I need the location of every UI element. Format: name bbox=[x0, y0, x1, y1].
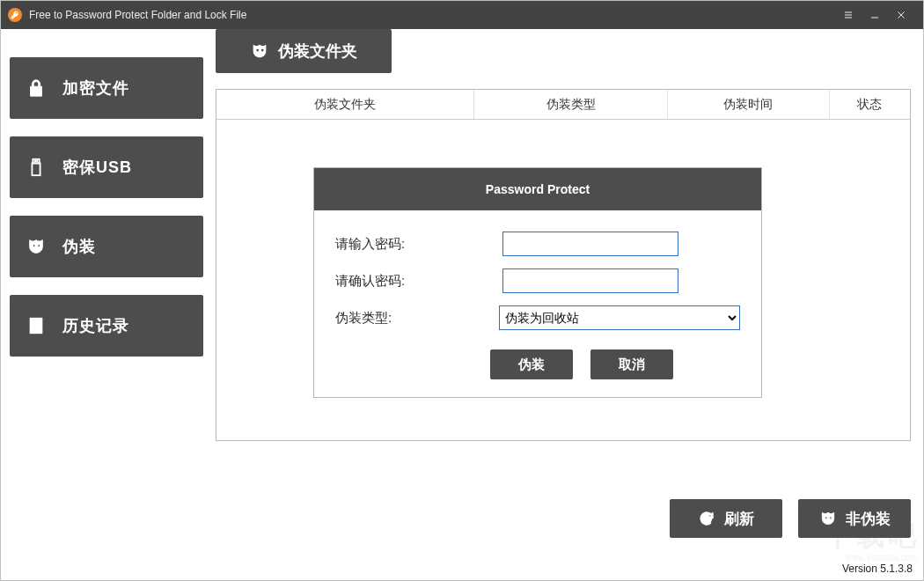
sidebar: 加密文件 密保USB 伪装 历史记录 bbox=[1, 57, 203, 580]
sidebar-item-label: 历史记录 bbox=[62, 315, 129, 336]
password-dialog: Password Protect 请输入密码: 请确认密码: 伪装类型: bbox=[313, 167, 762, 398]
version-label: Version 5.1.3.8 bbox=[842, 563, 913, 575]
col-status[interactable]: 状态 bbox=[830, 90, 910, 119]
sidebar-item-history[interactable]: 历史记录 bbox=[10, 295, 203, 357]
svg-rect-8 bbox=[34, 160, 35, 161]
list-panel: 伪装文件夹 伪装类型 伪装时间 状态 Password Protect 请输入密… bbox=[216, 89, 911, 441]
sidebar-item-label: 加密文件 bbox=[62, 77, 129, 99]
confirm-label: 请确认密码: bbox=[335, 273, 502, 290]
mask-icon bbox=[250, 41, 269, 61]
confirm-password-input[interactable] bbox=[502, 268, 678, 293]
dialog-title: Password Protect bbox=[314, 168, 761, 210]
refresh-label: 刷新 bbox=[724, 509, 754, 529]
menu-button[interactable] bbox=[835, 1, 862, 29]
col-time[interactable]: 伪装时间 bbox=[668, 90, 830, 119]
disguise-folder-tab[interactable]: 伪装文件夹 bbox=[216, 29, 392, 73]
usb-icon bbox=[10, 158, 62, 177]
sidebar-item-disguise[interactable]: 伪装 bbox=[10, 216, 203, 277]
minimize-button[interactable] bbox=[862, 1, 888, 29]
refresh-icon bbox=[698, 510, 715, 527]
refresh-button[interactable]: 刷新 bbox=[670, 499, 782, 538]
app-logo-icon bbox=[8, 8, 22, 22]
password-input[interactable] bbox=[502, 232, 678, 256]
svg-rect-9 bbox=[36, 160, 37, 161]
app-window: Free to Password Protect Folder and Lock… bbox=[0, 0, 924, 581]
column-headers: 伪装文件夹 伪装类型 伪装时间 状态 bbox=[216, 90, 910, 120]
title-bar: Free to Password Protect Folder and Lock… bbox=[1, 1, 923, 29]
sidebar-item-label: 密保USB bbox=[62, 157, 132, 178]
watermark-sub: www.xiazaiba.com bbox=[846, 553, 918, 563]
mask-icon bbox=[10, 237, 62, 256]
cancel-button[interactable]: 取消 bbox=[590, 349, 673, 379]
disguise-type-select[interactable]: 伪装为回收站 bbox=[499, 305, 740, 330]
close-button[interactable] bbox=[888, 1, 914, 29]
sidebar-item-label: 伪装 bbox=[62, 236, 96, 257]
disguise-submit-button[interactable]: 伪装 bbox=[490, 349, 573, 379]
body: 加密文件 密保USB 伪装 历史记录 bbox=[1, 29, 923, 580]
top-tab-label: 伪装文件夹 bbox=[278, 40, 357, 62]
col-folder[interactable]: 伪装文件夹 bbox=[216, 90, 474, 119]
svg-rect-7 bbox=[32, 163, 40, 175]
sidebar-item-usb[interactable]: 密保USB bbox=[10, 136, 203, 198]
history-icon bbox=[10, 316, 62, 335]
password-label: 请输入密码: bbox=[335, 236, 502, 253]
lock-icon bbox=[10, 78, 62, 98]
watermark: 下载吧 bbox=[825, 517, 920, 555]
col-type[interactable]: 伪装类型 bbox=[474, 90, 668, 119]
window-title: Free to Password Protect Folder and Lock… bbox=[29, 9, 246, 21]
sidebar-item-encrypt[interactable]: 加密文件 bbox=[10, 57, 203, 119]
type-label: 伪装类型: bbox=[335, 310, 499, 327]
